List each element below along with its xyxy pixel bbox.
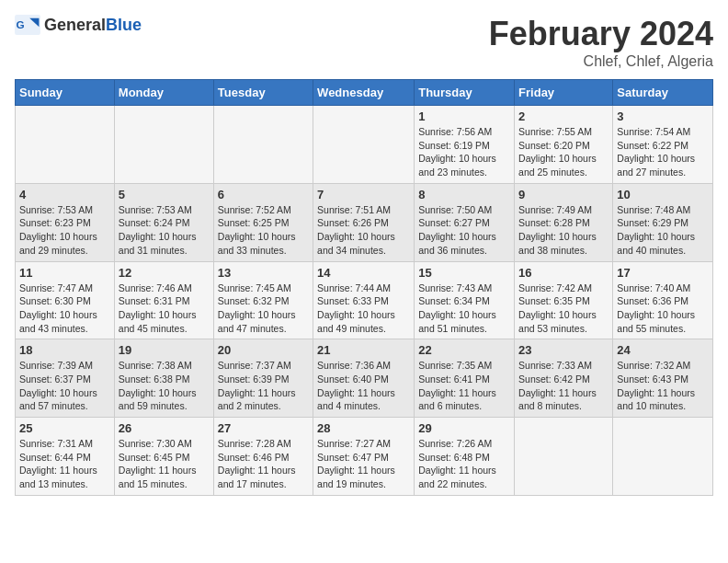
day-number: 25 [19,421,110,435]
calendar-cell: 13Sunrise: 7:45 AM Sunset: 6:32 PM Dayli… [213,261,313,339]
header-day-monday: Monday [114,80,213,106]
day-info: Sunrise: 7:43 AM Sunset: 6:34 PM Dayligh… [418,282,510,336]
day-info: Sunrise: 7:53 AM Sunset: 6:23 PM Dayligh… [19,203,110,258]
day-number: 16 [518,266,609,280]
day-number: 5 [119,188,210,201]
day-number: 20 [218,343,309,357]
day-number: 28 [317,421,410,435]
calendar-cell [515,418,613,496]
calendar-cell: 18Sunrise: 7:39 AM Sunset: 6:37 PM Dayli… [16,339,115,418]
day-number: 29 [418,421,510,435]
day-info: Sunrise: 7:39 AM Sunset: 6:37 PM Dayligh… [19,359,110,413]
calendar-cell: 29Sunrise: 7:26 AM Sunset: 6:48 PM Dayli… [415,418,515,496]
day-number: 12 [119,266,210,280]
calendar-cell [16,106,115,184]
calendar-cell [114,106,213,184]
week-row-1: 1Sunrise: 7:56 AM Sunset: 6:19 PM Daylig… [16,106,713,184]
day-info: Sunrise: 7:35 AM Sunset: 6:41 PM Dayligh… [418,359,510,413]
header: G GeneralBlue February 2024 Chlef, Chlef… [15,15,713,70]
calendar-cell: 14Sunrise: 7:44 AM Sunset: 6:33 PM Dayli… [313,261,415,339]
day-number: 1 [418,109,510,123]
calendar-cell: 20Sunrise: 7:37 AM Sunset: 6:39 PM Dayli… [213,339,313,418]
calendar-cell: 3Sunrise: 7:54 AM Sunset: 6:22 PM Daylig… [613,106,713,184]
calendar-cell: 4Sunrise: 7:53 AM Sunset: 6:23 PM Daylig… [16,183,115,261]
day-info: Sunrise: 7:36 AM Sunset: 6:40 PM Dayligh… [317,359,410,413]
day-info: Sunrise: 7:47 AM Sunset: 6:30 PM Dayligh… [19,282,110,336]
day-info: Sunrise: 7:42 AM Sunset: 6:35 PM Dayligh… [518,282,609,336]
week-row-3: 11Sunrise: 7:47 AM Sunset: 6:30 PM Dayli… [16,261,713,339]
day-number: 27 [218,421,309,435]
calendar-cell: 8Sunrise: 7:50 AM Sunset: 6:27 PM Daylig… [415,183,515,261]
day-info: Sunrise: 7:50 AM Sunset: 6:27 PM Dayligh… [418,203,510,258]
calendar-cell: 19Sunrise: 7:38 AM Sunset: 6:38 PM Dayli… [114,339,213,418]
logo: G GeneralBlue [15,15,142,35]
day-number: 4 [19,188,110,201]
day-info: Sunrise: 7:46 AM Sunset: 6:31 PM Dayligh… [119,282,210,336]
calendar-cell: 17Sunrise: 7:40 AM Sunset: 6:36 PM Dayli… [613,261,713,339]
day-info: Sunrise: 7:38 AM Sunset: 6:38 PM Dayligh… [119,359,210,413]
day-number: 14 [317,266,410,280]
calendar-cell [613,418,713,496]
day-info: Sunrise: 7:52 AM Sunset: 6:25 PM Dayligh… [218,203,309,258]
calendar-title: February 2024 [489,15,713,53]
day-info: Sunrise: 7:51 AM Sunset: 6:26 PM Dayligh… [317,203,410,258]
header-day-friday: Friday [515,80,613,106]
header-day-thursday: Thursday [415,80,515,106]
day-info: Sunrise: 7:48 AM Sunset: 6:29 PM Dayligh… [617,203,709,258]
calendar-cell: 21Sunrise: 7:36 AM Sunset: 6:40 PM Dayli… [313,339,415,418]
day-number: 6 [218,188,309,201]
week-row-4: 18Sunrise: 7:39 AM Sunset: 6:37 PM Dayli… [16,339,713,418]
header-day-sunday: Sunday [16,80,115,106]
calendar-cell: 9Sunrise: 7:49 AM Sunset: 6:28 PM Daylig… [515,183,613,261]
day-number: 7 [317,188,410,201]
day-info: Sunrise: 7:30 AM Sunset: 6:45 PM Dayligh… [119,437,210,491]
calendar-cell: 23Sunrise: 7:33 AM Sunset: 6:42 PM Dayli… [515,339,613,418]
day-info: Sunrise: 7:56 AM Sunset: 6:19 PM Dayligh… [418,125,510,179]
day-info: Sunrise: 7:54 AM Sunset: 6:22 PM Dayligh… [617,125,709,179]
calendar-cell: 6Sunrise: 7:52 AM Sunset: 6:25 PM Daylig… [213,183,313,261]
day-number: 22 [418,343,510,357]
header-day-wednesday: Wednesday [313,80,415,106]
day-number: 18 [19,343,110,357]
calendar-cell: 2Sunrise: 7:55 AM Sunset: 6:20 PM Daylig… [515,106,613,184]
calendar-cell: 1Sunrise: 7:56 AM Sunset: 6:19 PM Daylig… [415,106,515,184]
day-number: 10 [617,188,709,201]
calendar-cell [313,106,415,184]
day-info: Sunrise: 7:37 AM Sunset: 6:39 PM Dayligh… [218,359,309,413]
day-number: 2 [518,109,609,123]
logo-text-blue: Blue [106,16,142,34]
calendar-cell: 5Sunrise: 7:53 AM Sunset: 6:24 PM Daylig… [114,183,213,261]
header-row: SundayMondayTuesdayWednesdayThursdayFrid… [16,80,713,106]
logo-icon: G [15,15,40,35]
day-info: Sunrise: 7:26 AM Sunset: 6:48 PM Dayligh… [418,437,510,491]
day-number: 9 [518,188,609,201]
day-number: 26 [119,421,210,435]
week-row-2: 4Sunrise: 7:53 AM Sunset: 6:23 PM Daylig… [16,183,713,261]
calendar-cell: 12Sunrise: 7:46 AM Sunset: 6:31 PM Dayli… [114,261,213,339]
day-number: 15 [418,266,510,280]
calendar-cell: 15Sunrise: 7:43 AM Sunset: 6:34 PM Dayli… [415,261,515,339]
header-day-tuesday: Tuesday [213,80,313,106]
calendar-table: SundayMondayTuesdayWednesdayThursdayFrid… [15,79,713,496]
day-number: 17 [617,266,709,280]
week-row-5: 25Sunrise: 7:31 AM Sunset: 6:44 PM Dayli… [16,418,713,496]
day-number: 3 [617,109,709,123]
calendar-cell: 11Sunrise: 7:47 AM Sunset: 6:30 PM Dayli… [16,261,115,339]
day-number: 13 [218,266,309,280]
day-info: Sunrise: 7:53 AM Sunset: 6:24 PM Dayligh… [119,203,210,258]
day-info: Sunrise: 7:28 AM Sunset: 6:46 PM Dayligh… [218,437,309,491]
calendar-cell: 26Sunrise: 7:30 AM Sunset: 6:45 PM Dayli… [114,418,213,496]
calendar-cell: 10Sunrise: 7:48 AM Sunset: 6:29 PM Dayli… [613,183,713,261]
day-number: 19 [119,343,210,357]
day-info: Sunrise: 7:40 AM Sunset: 6:36 PM Dayligh… [617,282,709,336]
day-number: 24 [617,343,709,357]
day-info: Sunrise: 7:33 AM Sunset: 6:42 PM Dayligh… [518,359,609,413]
day-number: 8 [418,188,510,201]
day-info: Sunrise: 7:27 AM Sunset: 6:47 PM Dayligh… [317,437,410,491]
calendar-cell: 22Sunrise: 7:35 AM Sunset: 6:41 PM Dayli… [415,339,515,418]
calendar-cell: 24Sunrise: 7:32 AM Sunset: 6:43 PM Dayli… [613,339,713,418]
day-info: Sunrise: 7:49 AM Sunset: 6:28 PM Dayligh… [518,203,609,258]
calendar-cell: 25Sunrise: 7:31 AM Sunset: 6:44 PM Dayli… [16,418,115,496]
day-number: 11 [19,266,110,280]
title-area: February 2024 Chlef, Chlef, Algeria [489,15,713,70]
